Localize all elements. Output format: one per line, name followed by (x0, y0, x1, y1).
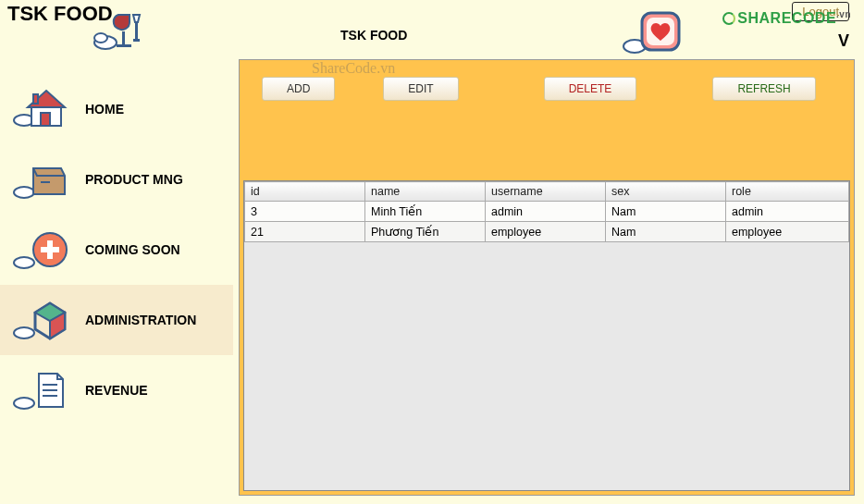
sidebar-item-product[interactable]: PRODUCT MNG (0, 144, 233, 215)
delete-button[interactable]: DELETE (544, 77, 637, 101)
svg-point-14 (14, 187, 34, 198)
col-role[interactable]: role (726, 182, 849, 202)
cell-username: employee (486, 222, 606, 242)
cell-name: Phương Tiến (365, 222, 486, 242)
sharecode-watermark-logo: SHARECODE.vn (722, 9, 851, 27)
cell-role: employee (726, 222, 849, 242)
cell-username: admin (486, 202, 606, 222)
sidebar-item-revenue[interactable]: REVENUE (0, 355, 233, 425)
svg-point-16 (14, 257, 34, 268)
svg-point-24 (14, 398, 34, 409)
drop-indicator-icon: V (838, 31, 849, 51)
main-panel: ShareCode.vn ADD EDIT DELETE REFRESH id … (239, 59, 855, 496)
data-table-container: id name username sex role 3 Minh Tiến ad… (243, 180, 850, 491)
add-button[interactable]: ADD (262, 77, 335, 101)
wine-logo-icon (93, 7, 154, 59)
sidebar-item-label: PRODUCT MNG (85, 172, 183, 187)
refresh-button[interactable]: REFRESH (712, 77, 815, 101)
home-icon (7, 82, 78, 136)
heart-logo-icon (622, 7, 683, 59)
col-name[interactable]: name (365, 182, 486, 202)
svg-rect-15 (41, 181, 50, 183)
edit-button[interactable]: EDIT (383, 77, 458, 101)
header: TSK FOOD TSK FOOD Logout SHARECODE.vn V (0, 0, 864, 61)
cell-name: Minh Tiến (365, 202, 486, 222)
sharecode-text: SHARECODE (737, 10, 836, 26)
watermark-text: ShareCode.vn (312, 60, 395, 77)
svg-rect-19 (41, 247, 59, 252)
svg-rect-5 (133, 39, 140, 42)
sidebar-item-label: REVENUE (85, 383, 148, 398)
users-table: id name username sex role 3 Minh Tiến ad… (244, 181, 849, 242)
sidebar-item-home[interactable]: HOME (0, 74, 233, 144)
cell-role: admin (726, 202, 849, 222)
app-subtitle: TSK FOOD (340, 28, 407, 43)
svg-rect-12 (41, 113, 50, 126)
sidebar: HOME PRODUCT MNG COMING SOON (0, 74, 233, 425)
col-sex[interactable]: sex (606, 182, 726, 202)
svg-rect-13 (33, 94, 38, 104)
sharecode-tld: .vn (836, 9, 851, 19)
table-row[interactable]: 3 Minh Tiến admin Nam admin (245, 202, 849, 222)
svg-point-1 (94, 33, 107, 43)
admin-icon (7, 293, 78, 347)
cell-sex: Nam (606, 222, 726, 242)
table-header-row: id name username sex role (245, 182, 849, 202)
sidebar-item-coming-soon[interactable]: COMING SOON (0, 215, 233, 285)
col-id[interactable]: id (245, 182, 365, 202)
cell-id: 3 (245, 202, 365, 222)
cell-id: 21 (245, 222, 365, 242)
table-row[interactable]: 21 Phương Tiến employee Nam employee (245, 222, 849, 242)
box-icon (7, 153, 78, 206)
svg-rect-3 (117, 44, 131, 47)
svg-point-20 (14, 327, 34, 338)
sidebar-item-label: HOME (85, 102, 124, 117)
sidebar-item-label: ADMINISTRATION (85, 313, 196, 327)
cell-sex: Nam (606, 202, 726, 222)
plus-icon (7, 223, 78, 277)
col-username[interactable]: username (486, 182, 606, 202)
sidebar-item-label: COMING SOON (85, 242, 180, 257)
svg-rect-2 (122, 31, 125, 44)
sidebar-item-administration[interactable]: ADMINISTRATION (0, 285, 233, 355)
document-icon (7, 363, 78, 417)
